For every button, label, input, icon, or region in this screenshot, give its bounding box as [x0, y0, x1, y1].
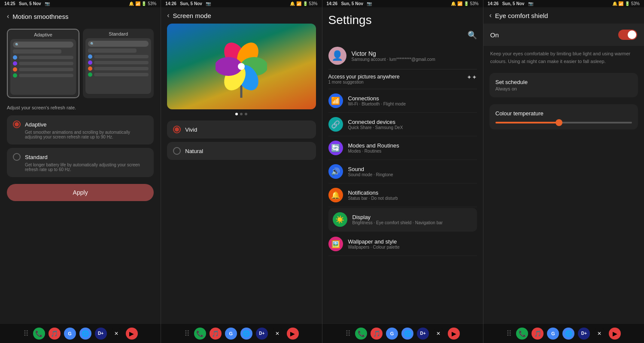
dot-1 — [235, 113, 238, 115]
status-bar-4: 14:26 Sun, 5 Nov 📷 🔔 📶 🔋 53% — [483, 0, 644, 7]
screen-dots — [161, 109, 322, 119]
item-connected-3[interactable]: 🔗 Connected devicesQuick Share · Samsung… — [328, 113, 477, 136]
sparkle-icon-3: ✦✦ — [467, 74, 477, 81]
screen-mode-title: Screen mode — [173, 12, 211, 19]
panel-settings-plain: 14:26 Sun, 5 Nov 📷 🔔 📶 🔋 53% Settings 🔍 … — [322, 0, 483, 343]
status-icons-1: 🔔 📶 🔋 53% — [129, 1, 156, 6]
dock-disney-1[interactable]: D+ — [95, 328, 107, 340]
dock-google-3[interactable]: G — [386, 328, 398, 340]
dock-disney-4[interactable]: D+ — [578, 328, 590, 340]
dot-3 — [245, 113, 247, 115]
item-notif-3[interactable]: 🔔 NotificationsStatus bar · Do not distu… — [328, 184, 477, 207]
dock-disney-3[interactable]: D+ — [417, 328, 429, 340]
dock-chrome-2[interactable]: 🌐 — [240, 328, 252, 340]
item-modes-3[interactable]: 🔄 Modes and RoutinesModes · Routines — [328, 136, 477, 160]
option-standard[interactable]: Standard Get longer battery life by auto… — [7, 148, 154, 177]
dock-youtube-3[interactable]: ▶ — [448, 328, 460, 340]
standard-preview[interactable]: Standard 🔍 — [83, 29, 154, 98]
option-adaptive[interactable]: Adaptive Get smoother animations and scr… — [7, 115, 154, 144]
search-icon-3[interactable]: 🔍 — [468, 30, 477, 40]
vivid-label: Vivid — [185, 126, 197, 133]
dock-music-1[interactable]: 🎵 — [49, 328, 61, 340]
suggestion-text-3: Access your pictures anywhere — [328, 74, 400, 80]
status-time-4: 14:26 Sun, 5 Nov 📷 — [488, 1, 533, 6]
status-time-3: 14:26 Sun, 5 Nov 📷 — [327, 1, 372, 6]
vivid-option[interactable]: Vivid — [167, 120, 316, 138]
item-wallpaper-3[interactable]: 🖼️ Wallpaper and styleWallpapers · Colou… — [328, 232, 477, 256]
eye-comfort-title: Eye comfort shield — [495, 12, 548, 19]
standard-mockup: 🔍 — [85, 38, 151, 94]
back-button-motion[interactable]: ‹ — [7, 12, 9, 20]
dock-google-2[interactable]: G — [225, 328, 237, 340]
status-bar-3: 14:26 Sun, 5 Nov 📷 🔔 📶 🔋 53% — [322, 0, 483, 7]
set-schedule-card[interactable]: Set schedule Always on — [489, 73, 638, 97]
dock-chrome-3[interactable]: 🌐 — [401, 328, 413, 340]
dock-google-4[interactable]: G — [547, 328, 559, 340]
dock-x-4[interactable]: ✕ — [593, 328, 605, 340]
dock-google-1[interactable]: G — [64, 328, 76, 340]
pinwheel-image — [167, 24, 316, 109]
dock-youtube-2[interactable]: ▶ — [287, 328, 299, 340]
dock-phone-1[interactable]: 📞 — [33, 328, 45, 340]
apply-button[interactable]: Apply — [7, 184, 154, 201]
eye-toggle-switch[interactable] — [618, 30, 637, 40]
dock-apps-1: 📞 🎵 G 🌐 D+ ✕ ▶ — [33, 328, 138, 340]
eye-toggle-label: On — [490, 31, 499, 39]
radio-vivid[interactable] — [173, 126, 181, 133]
settings-title-3: Settings — [328, 7, 477, 30]
dot-2 — [240, 113, 243, 115]
dock-x-2[interactable]: ✕ — [271, 328, 283, 340]
dock-4: ⠿ 📞 🎵 G 🌐 D+ ✕ ▶ — [483, 323, 644, 343]
dock-youtube-4[interactable]: ▶ — [609, 328, 621, 340]
standard-option-desc: Get longer battery life by automatically… — [13, 162, 148, 172]
dock-2: ⠿ 📞 🎵 G 🌐 D+ ✕ ▶ — [161, 323, 322, 343]
dock-music-4[interactable]: 🎵 — [532, 328, 544, 340]
item-sound-3[interactable]: 🔊 SoundSound mode · Ringtone — [328, 160, 477, 184]
temperature-title: Colour temperature — [495, 110, 632, 117]
dock-chrome-1[interactable]: 🌐 — [79, 328, 91, 340]
temperature-card: Colour temperature — [489, 104, 638, 129]
eye-comfort-overlay: ‹ Eye comfort shield On Keep your eyes c… — [483, 7, 644, 323]
back-button-screen[interactable]: ‹ — [167, 12, 169, 19]
dock-music-2[interactable]: 🎵 — [210, 328, 222, 340]
profile-3[interactable]: 👤 Victor Ng Samsung account · lum*******… — [328, 42, 477, 69]
adaptive-label: Adaptive — [10, 32, 76, 39]
adaptive-preview[interactable]: Adaptive 🔍 — [7, 29, 79, 98]
preview-row: Adaptive 🔍 — [0, 25, 161, 102]
natural-option[interactable]: Natural — [167, 142, 316, 160]
radio-standard[interactable] — [13, 153, 21, 161]
item-display-3[interactable]: ☀️ DisplayBrightness · Eye comfort shiel… — [328, 208, 477, 232]
panel-motion-smoothness: 14:25 Sun, 5 Nov 📷 🔔 📶 🔋 53% Settings 🔍 … — [0, 0, 161, 343]
temperature-slider-thumb[interactable] — [556, 119, 562, 126]
dock-youtube-1[interactable]: ▶ — [126, 328, 138, 340]
panel-screen-mode: 14:26 Sun, 5 Nov 📷 🔔 📶 🔋 53% Settings 🔍 … — [161, 0, 322, 343]
status-icons-3: 🔔 📶 🔋 53% — [451, 1, 478, 6]
status-time-1: 14:25 Sun, 5 Nov 📷 — [4, 1, 50, 6]
dock-grid-1[interactable]: ⠿ — [23, 329, 29, 338]
status-icons-4: 🔔 📶 🔋 53% — [612, 1, 640, 6]
dock-grid-2[interactable]: ⠿ — [184, 329, 190, 338]
screen-mode-overlay: ‹ Screen mode — [161, 7, 322, 323]
dock-1: ⠿ 📞 🎵 G 🌐 D+ ✕ ▶ — [0, 323, 161, 343]
schedule-title: Set schedule — [495, 79, 632, 85]
dock-music-3[interactable]: 🎵 — [371, 328, 383, 340]
temperature-slider-track[interactable] — [495, 122, 632, 123]
back-button-eye[interactable]: ‹ — [489, 12, 492, 19]
dock-x-3[interactable]: ✕ — [432, 328, 444, 340]
natural-label: Natural — [185, 148, 203, 154]
radio-natural[interactable] — [173, 147, 181, 155]
eye-toggle-row[interactable]: On — [483, 24, 644, 46]
toggle-knob — [628, 30, 636, 39]
dock-grid-4[interactable]: ⠿ — [506, 329, 512, 338]
dock-phone-3[interactable]: 📞 — [355, 328, 367, 340]
dock-grid-3[interactable]: ⠿ — [345, 329, 351, 338]
item-connections-3[interactable]: 📶 ConnectionsWi-Fi · Bluetooth · Flight … — [328, 89, 477, 113]
dock-x-1[interactable]: ✕ — [110, 328, 122, 340]
radio-adaptive[interactable] — [13, 120, 21, 128]
dock-disney-2[interactable]: D+ — [256, 328, 268, 340]
suggestion-3[interactable]: Access your pictures anywhere 1 more sug… — [328, 69, 477, 89]
dock-phone-2[interactable]: 📞 — [194, 328, 206, 340]
dock-chrome-4[interactable]: 🌐 — [562, 328, 574, 340]
screen-mode-header: ‹ Screen mode — [161, 7, 322, 24]
dock-phone-4[interactable]: 📞 — [516, 328, 528, 340]
